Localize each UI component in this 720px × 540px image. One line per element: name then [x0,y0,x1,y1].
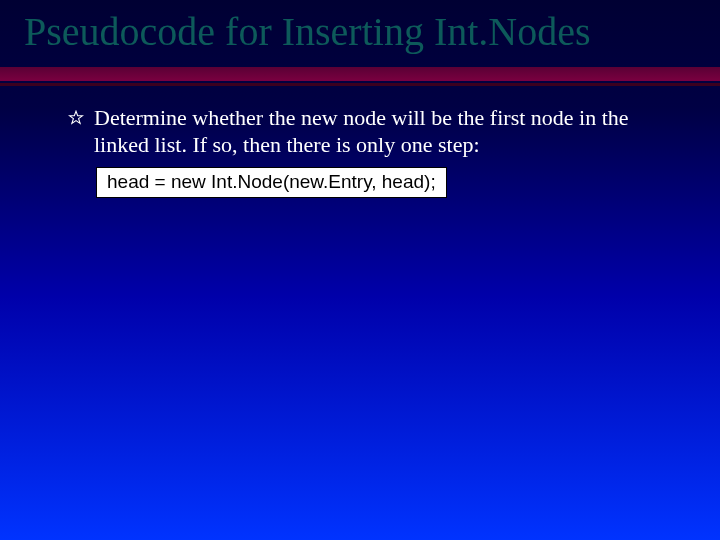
bullet-item: Determine whether the new node will be t… [68,104,672,159]
rule-thick [0,67,720,81]
slide-title: Pseudocode for Inserting Int.Nodes [24,10,700,55]
title-block: Pseudocode for Inserting Int.Nodes [0,0,720,61]
slide: Pseudocode for Inserting Int.Nodes Deter… [0,0,720,540]
code-box: head = new Int.Node(new.Entry, head); [96,167,447,198]
svg-marker-0 [69,111,82,123]
hollow-star-icon [68,110,84,130]
content-area: Determine whether the new node will be t… [0,86,720,198]
title-rule [0,67,720,86]
bullet-text: Determine whether the new node will be t… [94,104,672,159]
